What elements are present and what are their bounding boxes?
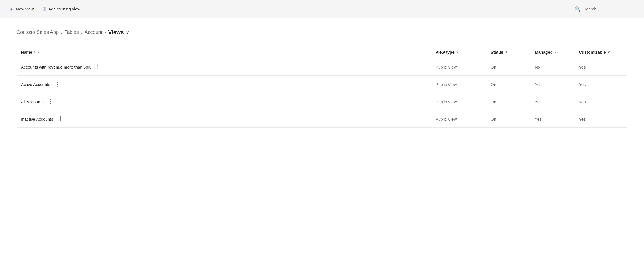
table-body: Accounts with revenue more than 50K Publ… [17, 58, 627, 128]
cell-view-type-0: Public View [435, 65, 491, 69]
breadcrumb-tables[interactable]: Tables [65, 29, 79, 35]
main-content: Contoso Sales App › Tables › Account › V… [0, 18, 644, 258]
search-icon: 🔍 [574, 6, 581, 12]
cell-status-1: On [491, 82, 535, 87]
cell-view-type-1: Public View [435, 82, 491, 87]
cell-view-type-2: Public View [435, 99, 491, 104]
col-header-status[interactable]: Status ∨ [491, 50, 535, 55]
cell-status-2: On [491, 99, 535, 104]
three-dots-icon[interactable] [48, 98, 54, 105]
breadcrumb-app[interactable]: Contoso Sales App [17, 29, 59, 35]
cell-managed-2: Yes [535, 99, 579, 104]
cell-managed-1: Yes [535, 82, 579, 87]
breadcrumb-sep-2: › [81, 30, 82, 35]
sort-asc-icon: ↑ [34, 50, 36, 54]
breadcrumb-sep-1: › [61, 30, 62, 35]
three-dots-icon[interactable] [55, 81, 60, 88]
row-context-menu-button[interactable] [95, 63, 101, 70]
col-status-label: Status [491, 50, 503, 55]
cell-view-type-3: Public View [435, 117, 491, 121]
col-header-name[interactable]: Name ↑ ∨ [21, 50, 435, 55]
cell-customizable-2: Yes [579, 99, 623, 104]
row-name-text: Inactive Accounts [21, 117, 53, 121]
add-view-icon: ⊞ [42, 6, 46, 12]
breadcrumb-current[interactable]: Views ∨ [108, 29, 129, 36]
cell-status-0: On [491, 65, 535, 69]
cell-name-1: Active Accounts [21, 81, 435, 88]
col-managed-chevron: ∨ [554, 50, 557, 54]
table-row[interactable]: Accounts with revenue more than 50K Publ… [17, 58, 627, 76]
col-customizable-chevron: ∨ [608, 50, 610, 54]
search-input[interactable] [583, 7, 638, 11]
breadcrumb: Contoso Sales App › Tables › Account › V… [17, 29, 627, 36]
cell-managed-3: Yes [535, 117, 579, 121]
table-row[interactable]: Active Accounts Public View On Yes Yes [17, 76, 627, 93]
table-row[interactable]: Inactive Accounts Public View On Yes Yes [17, 110, 627, 128]
col-header-customizable[interactable]: Customizable ∨ [579, 50, 623, 55]
cell-managed-0: No [535, 65, 579, 69]
search-area: 🔍 [568, 0, 638, 18]
col-header-managed[interactable]: Managed ∨ [535, 50, 579, 55]
toolbar-actions: ＋ New view ⊞ Add existing view [6, 4, 84, 14]
table-header: Name ↑ ∨ View type ∨ Status ∨ Managed ∨ … [17, 47, 627, 58]
row-name-text: Active Accounts [21, 82, 50, 87]
sort-desc-icon: ∨ [37, 50, 39, 54]
cell-name-2: All Accounts [21, 98, 435, 105]
col-managed-label: Managed [535, 50, 553, 55]
new-view-button[interactable]: ＋ New view [6, 4, 37, 14]
cell-name-3: Inactive Accounts [21, 115, 435, 123]
breadcrumb-account[interactable]: Account [84, 29, 102, 35]
row-name-text: Accounts with revenue more than 50K [21, 65, 91, 69]
toolbar: ＋ New view ⊞ Add existing view 🔍 [0, 0, 644, 18]
cell-customizable-3: Yes [579, 117, 623, 121]
plus-icon: ＋ [9, 6, 14, 12]
cell-customizable-0: Yes [579, 65, 623, 69]
table-row[interactable]: All Accounts Public View On Yes Yes [17, 93, 627, 110]
row-context-menu-button[interactable] [55, 81, 60, 88]
chevron-down-icon: ∨ [126, 30, 129, 35]
breadcrumb-sep-3: › [105, 30, 106, 35]
col-status-chevron: ∨ [505, 50, 507, 54]
col-view-type-chevron: ∨ [456, 50, 458, 54]
add-existing-view-label: Add existing view [48, 7, 80, 11]
row-context-menu-button[interactable] [58, 115, 63, 123]
breadcrumb-current-label: Views [108, 29, 124, 36]
views-table: Name ↑ ∨ View type ∨ Status ∨ Managed ∨ … [17, 47, 627, 128]
cell-customizable-1: Yes [579, 82, 623, 87]
col-view-type-label: View type [435, 50, 455, 55]
three-dots-icon[interactable] [58, 115, 63, 123]
col-header-view-type[interactable]: View type ∨ [435, 50, 491, 55]
row-name-text: All Accounts [21, 99, 44, 104]
add-existing-view-button[interactable]: ⊞ Add existing view [39, 5, 84, 13]
new-view-label: New view [16, 7, 34, 11]
row-context-menu-button[interactable] [48, 98, 54, 105]
col-customizable-label: Customizable [579, 50, 606, 55]
cell-name-0: Accounts with revenue more than 50K [21, 63, 435, 70]
three-dots-icon[interactable] [95, 63, 101, 70]
col-name-label: Name [21, 50, 32, 55]
cell-status-3: On [491, 117, 535, 121]
